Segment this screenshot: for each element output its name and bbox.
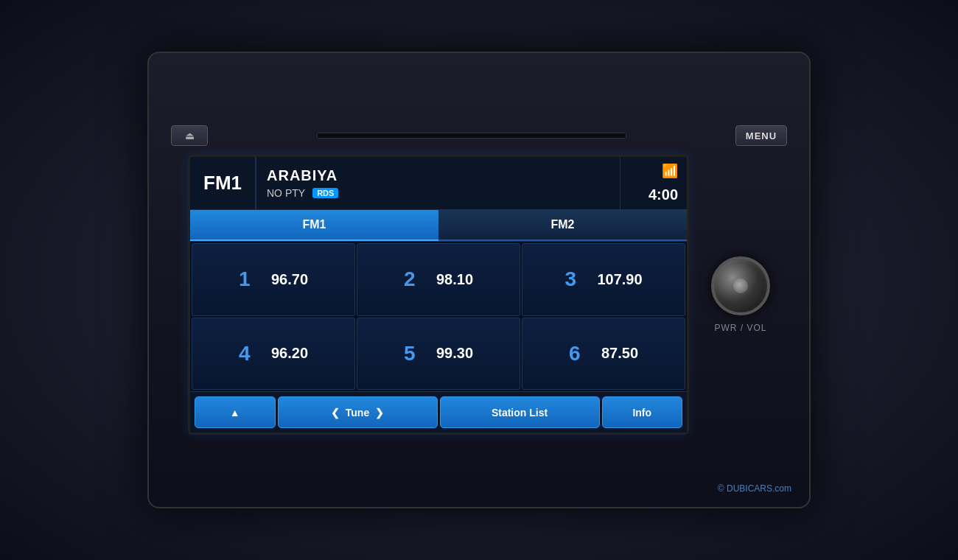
station-pty: NO PTY RDS bbox=[267, 187, 609, 199]
mute-icon: ▲ bbox=[230, 407, 240, 419]
car-unit: ⏏ MENU FM1 ARABIYA NO PTY RDS bbox=[147, 52, 811, 508]
top-area: ⏏ MENU bbox=[164, 125, 794, 146]
rds-badge: RDS bbox=[312, 188, 338, 198]
preset-2-freq: 98.10 bbox=[436, 271, 473, 288]
preset-5[interactable]: 5 99.30 bbox=[357, 318, 520, 391]
preset-3-freq: 107.90 bbox=[597, 271, 642, 288]
preset-1[interactable]: 1 96.70 bbox=[192, 243, 355, 316]
right-controls: PWR / VOL bbox=[711, 256, 770, 333]
watermark: © DUBICARS.com bbox=[718, 483, 791, 494]
preset-6-freq: 87.50 bbox=[601, 345, 638, 362]
station-list-label: Station List bbox=[492, 407, 548, 419]
tune-next-icon: ❯ bbox=[375, 407, 384, 419]
pwr-vol-knob[interactable] bbox=[711, 256, 770, 315]
preset-2[interactable]: 2 98.10 bbox=[357, 243, 520, 316]
preset-6[interactable]: 6 87.50 bbox=[522, 318, 685, 391]
pty-text: NO PTY bbox=[267, 187, 305, 199]
fm-label: FM1 bbox=[190, 157, 256, 209]
eject-button[interactable]: ⏏ bbox=[171, 125, 208, 146]
tab-fm2[interactable]: FM2 bbox=[438, 210, 687, 241]
preset-3-num: 3 bbox=[564, 267, 587, 291]
info-label: Info bbox=[632, 407, 651, 419]
menu-label: MENU bbox=[746, 130, 777, 141]
preset-4-freq: 96.20 bbox=[271, 345, 308, 362]
station-name: ARABIYA bbox=[267, 167, 609, 184]
preset-1-num: 1 bbox=[239, 267, 261, 291]
bluetooth-icon: 📶 bbox=[662, 163, 678, 179]
eject-icon: ⏏ bbox=[185, 130, 195, 141]
preset-1-freq: 96.70 bbox=[271, 271, 308, 288]
screen: FM1 ARABIYA NO PTY RDS 📶 4:00 FM1 bbox=[188, 155, 689, 435]
clock-display: 4:00 bbox=[648, 186, 678, 203]
fm-tabs: FM1 FM2 bbox=[190, 210, 687, 242]
preset-6-num: 6 bbox=[569, 342, 591, 365]
presets-grid: 1 96.70 2 98.10 3 107.90 4 96.20 5 99. bbox=[190, 242, 687, 391]
screen-header: FM1 ARABIYA NO PTY RDS 📶 4:00 bbox=[190, 157, 687, 210]
tune-button[interactable]: ❮ Tune ❯ bbox=[278, 396, 438, 428]
preset-3[interactable]: 3 107.90 bbox=[522, 243, 685, 316]
preset-5-freq: 99.30 bbox=[436, 345, 473, 362]
tune-prev-icon: ❮ bbox=[331, 407, 340, 419]
station-list-button[interactable]: Station List bbox=[440, 396, 600, 428]
preset-4-num: 4 bbox=[239, 342, 261, 365]
pwr-vol-label: PWR / VOL bbox=[714, 323, 766, 333]
preset-5-num: 5 bbox=[404, 342, 426, 365]
bottom-controls: ▲ ❮ Tune ❯ Station List Info bbox=[190, 391, 687, 433]
preset-4[interactable]: 4 96.20 bbox=[192, 318, 355, 391]
preset-2-num: 2 bbox=[404, 267, 426, 291]
info-button[interactable]: Info bbox=[602, 396, 683, 428]
station-info: ARABIYA NO PTY RDS bbox=[256, 157, 620, 209]
tab-fm1[interactable]: FM1 bbox=[190, 210, 438, 241]
mute-button[interactable]: ▲ bbox=[195, 396, 276, 428]
tune-label: Tune bbox=[346, 407, 369, 419]
cd-slot bbox=[317, 133, 626, 139]
header-right: 📶 4:00 bbox=[620, 157, 687, 209]
menu-button[interactable]: MENU bbox=[735, 125, 787, 146]
